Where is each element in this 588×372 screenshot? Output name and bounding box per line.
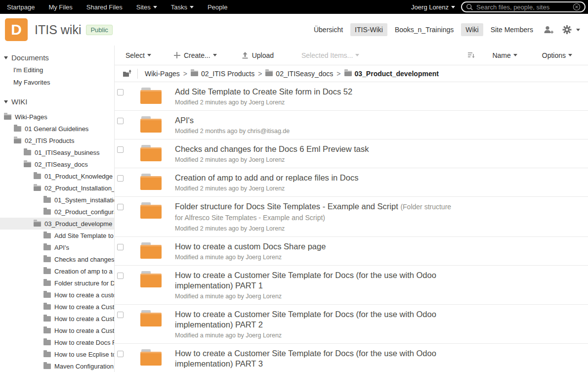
item-title[interactable]: API's (175, 115, 290, 126)
sidebar: Documents I'm Editing My Favorites WIKI … (0, 46, 115, 372)
folder-up-icon[interactable] (123, 69, 132, 78)
item-title[interactable]: Add Site Template to Create Site form in… (175, 87, 352, 97)
tree-item[interactable]: How to create a Cust (0, 301, 114, 313)
tree-item[interactable]: How to create a custo (0, 289, 114, 301)
folder-icon[interactable] (140, 310, 162, 326)
nav-tasks-menu[interactable]: Tasks (164, 3, 201, 11)
folder-icon (43, 280, 51, 286)
caret-down-icon (153, 6, 157, 8)
divider (137, 69, 138, 79)
row-checkbox[interactable] (117, 118, 124, 124)
tree-item[interactable]: How to create a Cust (0, 325, 114, 336)
tree-item-selected[interactable]: 03_Product_developme (0, 218, 114, 230)
search-input[interactable] (476, 3, 570, 11)
item-title[interactable]: How to create a Customer Site Template f… (175, 270, 454, 291)
folder-icon[interactable] (140, 88, 162, 104)
tree-item[interactable]: Creation of amp to a (0, 265, 114, 277)
nav-startpage[interactable]: Startpage (0, 3, 42, 11)
breadcrumb-crumb[interactable]: 02_ITIS Products (201, 70, 254, 78)
site-nav-site-members[interactable]: Site Members (486, 23, 538, 36)
row-checkbox[interactable] (117, 146, 124, 153)
caret-down-icon[interactable] (576, 29, 580, 31)
folder-icon[interactable] (140, 271, 162, 287)
folder-icon[interactable] (140, 145, 162, 161)
row-checkbox[interactable] (117, 204, 124, 210)
row-checkbox[interactable] (117, 312, 124, 318)
row-checkbox[interactable] (117, 273, 124, 279)
tree-item[interactable]: How to create a Cust (0, 313, 114, 325)
site-nav-uebersicht[interactable]: Übersicht (309, 23, 347, 36)
row-checkbox[interactable] (117, 244, 124, 250)
table-row: How to create a custom Docs Share page M… (115, 237, 588, 266)
site-nav-wiki[interactable]: Wiki (461, 23, 483, 36)
breadcrumb-current[interactable]: 03_Product_development (355, 70, 439, 78)
folder-open-icon (4, 114, 11, 120)
row-checkbox[interactable] (117, 89, 124, 95)
nav-people[interactable]: People (201, 3, 234, 11)
sidebar-item-my-favorites[interactable]: My Favorites (0, 76, 114, 89)
folder-icon[interactable] (140, 349, 162, 366)
folder-icon[interactable] (140, 174, 162, 190)
sidebar-section-wiki[interactable]: WIKI (0, 95, 114, 108)
selected-items-button[interactable]: Selected Items... (296, 51, 364, 59)
sidebar-item-im-editing[interactable]: I'm Editing (0, 64, 114, 76)
user-menu[interactable]: Joerg Lorenz (405, 3, 461, 11)
tree-item[interactable]: API's (0, 241, 114, 253)
row-checkbox[interactable] (117, 351, 124, 357)
upload-button[interactable]: Upload (237, 51, 279, 59)
row-checkbox[interactable] (117, 175, 124, 182)
options-button[interactable]: Options (537, 51, 577, 59)
settings-gear-icon[interactable] (562, 25, 572, 35)
caret-down-icon (568, 54, 572, 56)
folder-icon[interactable] (140, 242, 162, 259)
tree-item[interactable]: Maven Configuration (0, 360, 114, 372)
tree-item[interactable]: How to create Docs F (0, 336, 114, 348)
tree-item[interactable]: Wiki-Pages (0, 111, 114, 123)
tree-item[interactable]: 02_Product_configura (0, 206, 114, 218)
site-logo[interactable]: D (5, 18, 28, 41)
folder-icon[interactable] (140, 202, 162, 219)
breadcrumb-crumb[interactable]: 02_ITISeasy_docs (276, 70, 333, 78)
tree-item[interactable]: 01_System_installatio (0, 194, 114, 206)
folder-icon[interactable] (140, 116, 162, 133)
nav-my-files[interactable]: My Files (42, 3, 79, 11)
item-title[interactable]: Creation of amp to add and or replace fi… (175, 173, 358, 183)
sidebar-section-documents[interactable]: Documents (0, 51, 114, 64)
folder-icon (24, 150, 31, 155)
site-nav-itis-wiki[interactable]: ITIS-Wiki (350, 23, 387, 36)
item-title[interactable]: How to create a Customer Site Template f… (175, 309, 454, 330)
breadcrumb-root[interactable]: Wiki-Pages (145, 70, 180, 78)
nav-shared-files[interactable]: Shared Files (80, 3, 129, 11)
item-modified: Modified 2 months ago by chris@itisag.de (175, 128, 290, 135)
item-title[interactable]: Checks and changes for the Docs 6 Eml Pr… (175, 144, 369, 154)
tree-item[interactable]: 02_ITISeasy_docs (0, 158, 114, 170)
upload-icon (242, 51, 249, 59)
create-button[interactable]: Create... (169, 51, 222, 59)
item-title[interactable]: How to create a Customer Site Template f… (175, 348, 454, 369)
folder-icon (43, 269, 51, 274)
main-content: Select Create... Upload Selected Items..… (115, 46, 588, 372)
add-user-icon[interactable] (543, 25, 554, 35)
search-clear-icon[interactable] (573, 3, 581, 11)
sort-direction-icon[interactable] (462, 52, 480, 59)
folder-open-icon (34, 186, 41, 191)
tree-item[interactable]: 02_ITIS Products (0, 135, 114, 146)
select-button[interactable]: Select (121, 51, 156, 59)
sidebar-gap (0, 89, 114, 95)
item-title[interactable]: Folder structure for Docs Site Templates… (175, 201, 454, 223)
tree-item[interactable]: 01_ITISeasy_business (0, 146, 114, 158)
folder-icon (43, 257, 51, 262)
tree-item[interactable]: Checks and changes (0, 253, 114, 265)
sort-field-button[interactable]: Name (487, 51, 522, 59)
tree-item[interactable]: 01_Product_Knowledge (0, 170, 114, 182)
item-modified: Modified a minute ago by Joerg Lorenz (175, 293, 454, 300)
table-row: Add Site Template to Create Site form in… (115, 82, 588, 111)
tree-item[interactable]: 02_Product_Installation_ (0, 182, 114, 194)
nav-sites-menu[interactable]: Sites (129, 3, 164, 11)
site-nav-books-n-trainings[interactable]: Books_n_Trainings (390, 23, 458, 36)
tree-item[interactable]: Add Site Template to (0, 230, 114, 241)
item-title[interactable]: How to create a custom Docs Share page (175, 241, 326, 252)
tree-item[interactable]: How to use Ecplise to (0, 348, 114, 360)
tree-item[interactable]: 01 General Guidelines (0, 123, 114, 135)
tree-item[interactable]: Folder structure for D (0, 277, 114, 289)
